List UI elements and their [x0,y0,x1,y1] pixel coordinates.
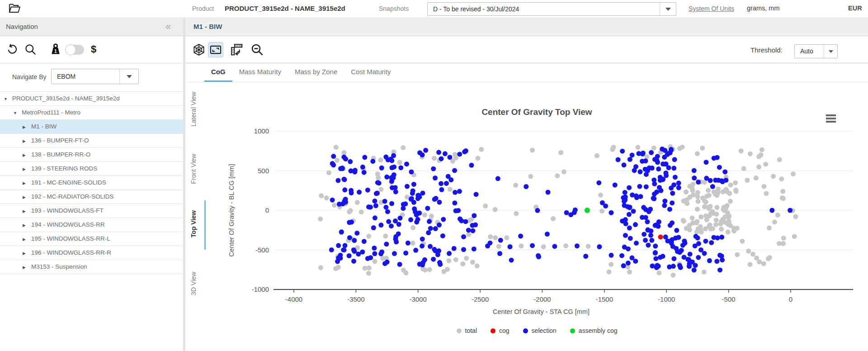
currency-label: EUR [848,5,862,12]
tree-item-metroprod111-metro[interactable]: ▼MetroProd111 - Metro [0,106,183,120]
viewport-frame-icon[interactable] [208,42,223,57]
page-title: M1 - BIW [193,23,222,30]
view-tab-top-view[interactable]: Top View [190,210,197,237]
chevron-right-icon[interactable]: ▶ [23,204,29,218]
product-value: PRODUCT_3915e2d - NAME_3915e2d [225,5,345,12]
refresh-icon[interactable] [5,43,19,56]
search-icon[interactable] [24,43,37,56]
legend-label: assembly cog [579,327,618,334]
chart-tabs: CoGMass MaturityMass by ZoneCost Maturit… [185,63,868,82]
snapshot-select-arrow[interactable] [660,3,676,15]
navigation-toolbar: 1 $ [0,36,183,63]
tree-item-label: M1 - BIW [31,123,57,130]
navigation-title: Navigation [6,23,38,30]
svg-text:500: 500 [258,167,269,175]
product-label: Product [192,5,214,12]
tree-item-193-windowglass-ft[interactable]: ▶193 - WINDOWGLASS-FT [0,204,183,218]
view-tab-front-view[interactable]: Front View [190,154,197,184]
legend-item-assembly-cog[interactable]: assembly cog [570,327,618,334]
tree-item-136-bumper-ft-o[interactable]: ▶136 - BUMPER-FT-O [0,134,183,148]
chevron-right-icon[interactable]: ▶ [23,261,29,274]
tree-item-m1-biw[interactable]: ▶M1 - BIW [0,120,183,134]
legend-item-selection[interactable]: selection [523,327,557,334]
legend-item-cog[interactable]: cog [491,327,509,334]
cog-scatter-plot[interactable]: -4000-3500-3000-2500-2000-1500-1000-5000… [206,84,868,351]
tab-mass-by-zone[interactable]: Mass by Zone [288,63,344,82]
chart-area: Lateral ViewFront ViewTop View3D View Ce… [185,82,868,351]
threshold-select-arrow[interactable] [824,45,837,58]
svg-text:-500: -500 [722,295,736,303]
tree-item-m3153-suspension[interactable]: ▶M3153 - Suspension [0,260,183,274]
chevron-right-icon[interactable]: ▶ [23,247,29,260]
tree-item-195-windowglass-rr-l[interactable]: ▶195 - WINDOWGLASS-RR-L [0,232,183,246]
tree-item-product-3915e2d-name-3915e2d[interactable]: ▼PRODUCT_3915e2d - NAME_3915e2d [0,92,183,106]
navigate-by-select[interactable]: EBOM [51,69,139,84]
svg-text:Center Of Gravity - BL CG [mm]: Center Of Gravity - BL CG [mm] [228,164,235,257]
navigation-header: Navigation « [0,18,183,36]
toggle-switch[interactable] [65,45,84,55]
tree-item-label: 196 - WINDOWGLASS-RR-R [31,249,111,256]
chart-legend: totalcogselectionassembly cog [206,327,868,334]
chevron-right-icon[interactable]: ▶ [23,232,29,246]
wireframe-3d-icon[interactable] [191,42,207,57]
tab-cost-maturity[interactable]: Cost Maturity [344,63,397,82]
tree-item-label: 194 - WINDOWGLASS-RR [31,221,105,228]
chevron-right-icon[interactable]: ▶ [23,134,29,148]
tab-cog[interactable]: CoG [204,63,232,82]
cog-chart: Center Of Gravity Top View -4000-3500-30… [206,84,868,351]
threshold-value: Auto [800,45,813,58]
svg-text:-2000: -2000 [533,295,551,303]
threshold-label: Threshold: [750,46,783,54]
chevron-right-icon[interactable]: ▶ [23,176,29,190]
legend-dot [457,328,462,333]
open-folder-icon[interactable] [8,3,22,15]
chevron-down-icon[interactable]: ▼ [4,92,10,106]
tree-item-194-windowglass-rr[interactable]: ▶194 - WINDOWGLASS-RR [0,218,183,232]
collapse-panel-icon[interactable]: « [165,21,170,33]
chevron-right-icon[interactable]: ▶ [23,190,29,204]
legend-item-total[interactable]: total [457,327,477,334]
svg-text:1000: 1000 [254,127,269,135]
svg-text:-3500: -3500 [347,295,364,303]
tree-item-label: 138 - BUMPER-RR-O [31,151,90,158]
cost-dollar-icon[interactable]: $ [87,43,100,56]
threshold-select[interactable]: Auto [794,44,838,58]
navigate-by-select-arrow[interactable] [119,69,138,84]
navigation-tree: ▼PRODUCT_3915e2d - NAME_3915e2d▼MetroPro… [0,91,183,274]
chevron-right-icon[interactable]: ▶ [23,120,29,134]
legend-label: total [465,327,477,334]
view-tab-3d-view[interactable]: 3D View [190,272,197,295]
legend-dot [523,328,528,333]
navigate-by-value: EBOM [57,69,75,84]
svg-text:-3000: -3000 [410,295,427,303]
tree-item-196-windowglass-rr-r[interactable]: ▶196 - WINDOWGLASS-RR-R [0,246,183,260]
chevron-right-icon[interactable]: ▶ [23,162,29,176]
tree-item-label: 195 - WINDOWGLASS-RR-L [31,235,110,242]
snapshot-select[interactable]: D - To be revised - 30/Jul/2024 [427,2,676,16]
chart-toolbar: Threshold: Auto [185,36,868,63]
svg-text:-1000: -1000 [252,285,269,293]
svg-text:Center Of Gravity - STA CG [mm: Center Of Gravity - STA CG [mm] [493,308,590,315]
tree-item-139-steering-rods[interactable]: ▶139 - STEERING RODS [0,162,183,176]
zoom-out-icon[interactable] [250,42,265,57]
tree-item-192-mc-radiator-solids[interactable]: ▶192 - MC-RADIATOR-SOLIDS [0,190,183,204]
tab-mass-maturity[interactable]: Mass Maturity [232,63,288,82]
tree-item-label: MetroProd111 - Metro [22,109,80,116]
tree-item-138-bumper-rr-o[interactable]: ▶138 - BUMPER-RR-O [0,148,183,162]
view-tab-lateral-view[interactable]: Lateral View [190,92,197,127]
svg-text:-1000: -1000 [658,295,675,303]
system-of-units-link[interactable]: System Of Units [689,5,734,12]
snapshot-select-value: D - To be revised - 30/Jul/2024 [433,3,519,15]
chevron-right-icon[interactable]: ▶ [23,218,29,232]
chevron-down-icon [665,8,671,11]
measure-swap-icon[interactable] [229,42,245,57]
snapshots-label: Snapshots [379,5,409,12]
navigate-by-label: Navigate By [12,73,46,81]
chevron-right-icon[interactable]: ▶ [23,148,29,162]
tree-item-191-mc-engine-solids[interactable]: ▶191 - MC-ENGINE-SOLIDS [0,176,183,190]
tree-item-label: PRODUCT_3915e2d - NAME_3915e2d [12,95,120,102]
mass-weight-icon[interactable]: 1 [49,43,62,56]
svg-text:0: 0 [265,206,269,214]
svg-text:0: 0 [789,295,793,303]
chevron-down-icon[interactable]: ▼ [13,106,19,120]
